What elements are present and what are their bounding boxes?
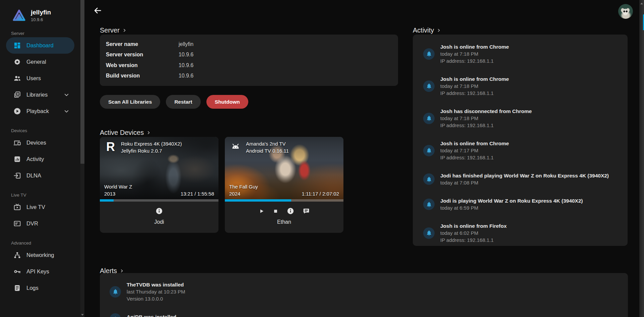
feed-item-title: Jodi is playing World War Z on Roku Expr… bbox=[440, 197, 583, 204]
scroll-up-arrow-icon[interactable] bbox=[640, 3, 643, 4]
playback-icon bbox=[13, 107, 21, 115]
sidebar-scrollbar[interactable] bbox=[80, 0, 84, 317]
media-title: The Fall Guy bbox=[229, 183, 258, 190]
bell-icon bbox=[426, 201, 432, 208]
server-section-link[interactable]: Server bbox=[100, 26, 127, 35]
feed-item-version: Version 13.0.0.0 bbox=[127, 295, 185, 302]
info-button[interactable] bbox=[155, 207, 163, 215]
info-button[interactable] bbox=[287, 207, 294, 215]
bell-icon bbox=[112, 316, 119, 317]
server-info-value: jellyfin bbox=[179, 41, 193, 47]
notification-badge bbox=[423, 145, 435, 156]
sidebar-item-label: General bbox=[26, 59, 74, 65]
sidebar-item-activity[interactable]: Activity bbox=[6, 151, 74, 167]
back-button[interactable] bbox=[93, 6, 102, 15]
sidebar-item-networking[interactable]: Networking bbox=[6, 247, 74, 263]
activity-entry: Josh has disconnected from Chrometoday a… bbox=[423, 108, 622, 129]
info-icon bbox=[155, 207, 163, 215]
playback-time: 1:11:17 / 2:07:02 bbox=[302, 190, 339, 197]
active-devices-section-link[interactable]: Active Devices bbox=[100, 128, 151, 138]
shutdown-button[interactable]: Shutdown bbox=[206, 95, 248, 109]
session-user-name: Jodi bbox=[154, 219, 164, 225]
app-version: 10.9.6 bbox=[31, 17, 51, 22]
session-controls bbox=[259, 207, 310, 215]
message-icon bbox=[303, 208, 310, 214]
activity-entry: Jodi has finished playing World War Z on… bbox=[423, 172, 622, 186]
device-card-header: RRoku Express 4K (3940X2)Jellyfin Roku 2… bbox=[104, 140, 182, 154]
feed-item-title: Josh is online from Chrome bbox=[440, 43, 509, 50]
activity-card: Josh is online from Chrometoday at 7:18 … bbox=[413, 35, 628, 246]
device-name: Roku Express 4K (3940X2) bbox=[121, 140, 182, 147]
scroll-down-arrow-icon[interactable] bbox=[81, 314, 84, 316]
dvr-icon bbox=[13, 220, 21, 227]
client-version: Android TV 0.16.11 bbox=[246, 147, 289, 154]
message-button[interactable] bbox=[303, 208, 310, 214]
sidebar-item-playback[interactable]: Playback bbox=[6, 103, 74, 119]
sidebar-item-label: Logs bbox=[26, 285, 74, 291]
alert-entry: TheTVDB was installedlast Thursday at 10… bbox=[110, 281, 622, 302]
stop-icon bbox=[273, 209, 278, 214]
sidebar-item-live-tv[interactable]: Live TV bbox=[6, 199, 74, 215]
device-name: Amanda's 2nd TV bbox=[246, 140, 289, 147]
user-avatar[interactable] bbox=[618, 4, 633, 19]
sidebar-item-users[interactable]: Users bbox=[6, 70, 74, 87]
notification-badge bbox=[110, 286, 121, 298]
scan-all-libraries-button[interactable]: Scan All Libraries bbox=[100, 95, 160, 109]
sidebar-item-dlna[interactable]: DLNA bbox=[6, 167, 74, 184]
alert-entry: AniDB was installed bbox=[110, 313, 622, 317]
server-info-value: 10.9.6 bbox=[179, 52, 193, 58]
sidebar-item-devices[interactable]: Devices bbox=[6, 135, 74, 151]
now-playing-backdrop: Amanda's 2nd TVAndroid TV 0.16.11The Fal… bbox=[225, 137, 343, 202]
page-scrollbar[interactable] bbox=[639, 0, 644, 317]
restart-button[interactable]: Restart bbox=[166, 95, 200, 109]
sidebar-item-label: DLNA bbox=[26, 172, 74, 179]
sidebar-item-logs[interactable]: Logs bbox=[6, 280, 74, 296]
notification-badge bbox=[423, 227, 435, 239]
chevron-down-icon bbox=[63, 108, 70, 114]
jellyfin-dashboard: jellyfin 10.9.6 ServerDashboardGeneralUs… bbox=[0, 0, 644, 317]
now-playing-backdrop: RRoku Express 4K (3940X2)Jellyfin Roku 2… bbox=[100, 137, 218, 202]
server-info-label: Build version bbox=[106, 73, 179, 79]
sidebar-item-label: Libraries bbox=[26, 92, 58, 98]
chevron-down-icon bbox=[63, 92, 70, 98]
sidebar-scrollbar-thumb[interactable] bbox=[80, 0, 84, 164]
playback-progress-fill bbox=[100, 199, 114, 202]
server-info-label: Web version bbox=[106, 62, 179, 68]
activity-entry: Jodi is playing World War Z on Roku Expr… bbox=[423, 197, 622, 211]
sidebar-item-label: Playback bbox=[26, 108, 58, 114]
dlna-icon bbox=[13, 172, 21, 179]
server-section-label: Server bbox=[100, 27, 120, 34]
sidebar-item-dvr[interactable]: DVR bbox=[6, 215, 74, 232]
sidebar-item-label: Devices bbox=[26, 140, 74, 146]
device-card-header: Amanda's 2nd TVAndroid TV 0.16.11 bbox=[229, 140, 289, 154]
feed-item-time: last Thursday at 10:23 PM bbox=[127, 288, 185, 295]
logs-icon bbox=[13, 284, 21, 292]
sidebar-item-general[interactable]: General bbox=[6, 54, 74, 70]
networking-icon bbox=[13, 251, 21, 259]
activity-section-label: Activity bbox=[413, 27, 434, 34]
server-info-card: Server namejellyfinServer version10.9.6W… bbox=[100, 35, 398, 86]
feed-item-time: today at 6:02 PM bbox=[440, 229, 507, 236]
session-user-name: Ethan bbox=[277, 219, 291, 225]
feed-item-title: Josh is online from Chrome bbox=[440, 140, 509, 147]
bell-icon bbox=[426, 230, 432, 236]
server-buttons-row: Scan All LibrariesRestartShutdown bbox=[100, 95, 248, 109]
feed-item-ip: IP address: 192.168.1.1 bbox=[440, 90, 509, 97]
activity-entry: Josh is online from Firefoxtoday at 6:02… bbox=[423, 222, 622, 244]
feed-item-time: today at 7:18 PM bbox=[440, 83, 509, 90]
feed-item-time: today at 6:59 PM bbox=[440, 204, 583, 211]
sidebar-item-label: API Keys bbox=[26, 268, 74, 275]
sidebar-item-api-keys[interactable]: API Keys bbox=[6, 263, 74, 280]
feed-item-ip: IP address: 192.168.1.1 bbox=[440, 57, 509, 64]
activity-icon bbox=[13, 155, 21, 163]
sidebar-section-label-live-tv: Live TV bbox=[11, 193, 80, 198]
stop-button[interactable] bbox=[273, 209, 278, 214]
activity-section-link[interactable]: Activity bbox=[413, 26, 441, 35]
sidebar-item-dashboard[interactable]: Dashboard bbox=[6, 37, 74, 54]
playback-progress-fill bbox=[225, 199, 291, 202]
sidebar-section-label-server: Server bbox=[11, 31, 80, 36]
chevron-right-icon bbox=[120, 269, 124, 273]
sidebar-item-libraries[interactable]: Libraries bbox=[6, 87, 74, 103]
play-button[interactable] bbox=[259, 208, 264, 214]
alerts-card: TheTVDB was installedlast Thursday at 10… bbox=[100, 273, 628, 317]
